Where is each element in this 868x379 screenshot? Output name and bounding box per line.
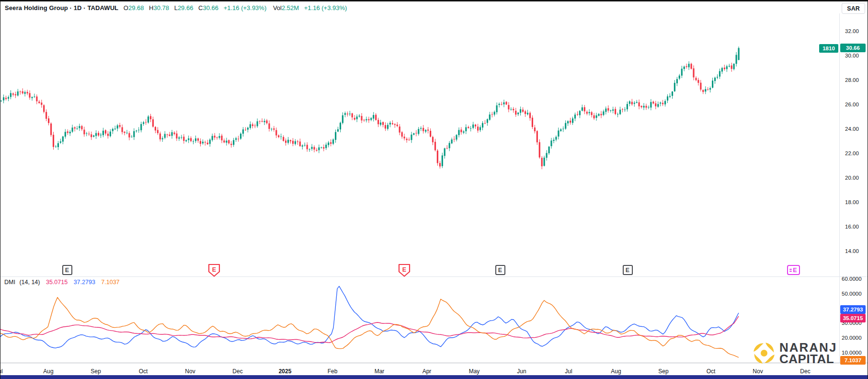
price-tick-label: 28.00	[845, 77, 859, 83]
di-plusdi-line	[0, 286, 739, 348]
time-axis-label: Apr	[423, 368, 432, 375]
dmi-name[interactable]: DMI	[4, 279, 15, 286]
price-tick-label: 18.00	[845, 199, 859, 205]
estimate-lines-icon	[789, 269, 792, 272]
time-axis-label: 2025	[279, 368, 292, 375]
pane-separator[interactable]	[0, 276, 868, 277]
price-tick-label: 30.00	[845, 53, 859, 58]
open-value: 29.68	[128, 4, 144, 11]
dmi-tick-label: 60.0000	[842, 276, 862, 282]
earnings-badge-past[interactable]: E	[62, 265, 72, 275]
dmi-tick-label: 50.0000	[842, 291, 862, 297]
dmi-legend: DMI (14, 14) 35.0715 37.2793 7.1037	[4, 279, 120, 286]
time-axis-separator	[0, 363, 868, 363]
dmi-indicator-lines	[0, 286, 739, 357]
earnings-badge-past[interactable]: E	[623, 265, 633, 275]
naranj-capital-watermark: NARANJ CAPITAL	[752, 341, 837, 365]
time-axis-label: Sep	[658, 368, 668, 375]
dmi-di-plus-value: 37.2793	[74, 279, 95, 286]
time-axis-label: Dec	[232, 368, 242, 375]
svg-text:E: E	[212, 266, 216, 273]
earnings-badge-past[interactable]: E	[495, 265, 505, 275]
adx-axis-label: 35.0715	[840, 314, 866, 322]
naranj-logo-icon	[752, 341, 776, 365]
adx-line	[0, 316, 739, 343]
di-minus-axis-label: 7.1037	[840, 356, 866, 365]
volume-value: 2.52M	[282, 4, 299, 11]
time-axis-label: Mar	[375, 368, 385, 375]
time-axis-label: Jun	[517, 368, 526, 375]
bottom-brand-bar	[0, 375, 868, 379]
bar-count-label: 1810	[819, 44, 838, 53]
close-value: 30.66	[203, 4, 218, 11]
time-axis-label: Nov	[185, 368, 195, 375]
time-axis-label: Sep	[91, 368, 101, 375]
low-value: 29.66	[178, 4, 194, 11]
time-axis-label: Nov	[753, 368, 763, 375]
symbol-title[interactable]: Seera Holding Group · 1D · TADAWUL	[5, 4, 118, 11]
svg-text:E: E	[402, 266, 406, 273]
volume-label: Vol	[273, 4, 282, 11]
volume-change: +1.16 (+3.93%)	[304, 4, 347, 11]
price-tick-label: 22.00	[845, 150, 859, 156]
price-tick-label: 26.00	[845, 102, 859, 107]
price-tick-label: 16.00	[845, 224, 859, 230]
price-tick-label: 24.00	[845, 126, 859, 132]
time-axis-label: May	[469, 368, 480, 375]
window-top-edge	[0, 0, 868, 1]
last-price-label: 30.66	[840, 44, 866, 52]
di-minus-di-line	[0, 298, 739, 357]
dmi-tick-label: 10.0000	[842, 350, 862, 356]
dmi-di-minus-value: 7.1037	[101, 279, 119, 286]
time-axis-label: Aug	[43, 368, 53, 375]
candlestick-series	[0, 46, 740, 169]
di-plus-axis-label: 37.2793	[840, 305, 866, 314]
price-axis-border	[839, 13, 840, 363]
chart-window: Seera Holding Group · 1D · TADAWUL O29.6…	[0, 0, 868, 379]
time-axis-label: Dec	[800, 368, 810, 375]
dmi-params: (14, 14)	[19, 279, 40, 286]
price-tick-label: 20.00	[845, 175, 859, 181]
low-label: L	[174, 4, 178, 11]
change-value: +1.16 (+3.93%)	[224, 4, 267, 11]
time-axis-label: Oct	[707, 368, 716, 375]
earnings-shield-icon: E	[398, 264, 411, 277]
time-axis-label: Jul	[565, 368, 572, 375]
earnings-badge-projected[interactable]: E	[787, 265, 800, 275]
price-chart-canvas[interactable]	[0, 0, 868, 379]
symbol-legend: Seera Holding Group · 1D · TADAWUL O29.6…	[5, 4, 347, 11]
time-axis-label: Oct	[139, 368, 148, 375]
dmi-tick-label: 20.0000	[842, 335, 862, 341]
earnings-badge-confirmed[interactable]: E	[208, 264, 220, 277]
earnings-badge-confirmed[interactable]: E	[398, 264, 411, 277]
time-axis-label: Aug	[611, 368, 621, 375]
currency-button[interactable]: SAR	[842, 3, 865, 14]
earnings-shield-icon: E	[208, 264, 220, 277]
price-tick-label: 14.00	[845, 248, 859, 254]
dmi-adx-value: 35.0715	[46, 279, 68, 286]
high-value: 30.78	[153, 4, 169, 11]
window-left-edge	[0, 0, 0, 379]
open-label: O	[124, 4, 128, 11]
time-axis-label: Feb	[328, 368, 338, 375]
watermark-line2: CAPITAL	[779, 353, 837, 365]
price-tick-label: 32.00	[845, 28, 859, 34]
